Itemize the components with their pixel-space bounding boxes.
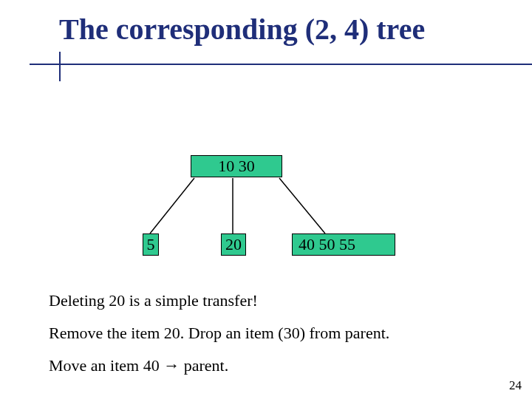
- page-number: 24: [509, 378, 522, 393]
- caption-line: Remove the item 20. Drop an item (30) fr…: [49, 324, 389, 343]
- caption-line: Move an item 40 → parent.: [49, 356, 228, 375]
- tree-child-node: 5: [143, 233, 159, 256]
- slide-title-block: The corresponding (2, 4) tree: [30, 13, 502, 46]
- tree-root-node: 10 30: [191, 155, 282, 177]
- tree-child-label: 5: [147, 235, 155, 254]
- tree-child-label: 40 50 55: [299, 235, 355, 254]
- tree-root-label: 10 30: [218, 157, 255, 176]
- caption-line-part: Move an item 40: [49, 356, 163, 375]
- tree-child-label: 20: [225, 235, 242, 254]
- title-rule-horizontal: [30, 64, 532, 65]
- svg-line-2: [279, 178, 325, 233]
- caption-line-part: parent.: [180, 356, 228, 375]
- slide-title: The corresponding (2, 4) tree: [30, 13, 502, 46]
- tree-child-node: 20: [221, 233, 246, 256]
- right-arrow-icon: →: [163, 356, 180, 375]
- svg-line-0: [150, 178, 194, 233]
- tree-child-node: 40 50 55: [292, 233, 395, 256]
- caption-line: Deleting 20 is a simple transfer!: [49, 291, 258, 310]
- title-rule-vertical: [59, 52, 61, 81]
